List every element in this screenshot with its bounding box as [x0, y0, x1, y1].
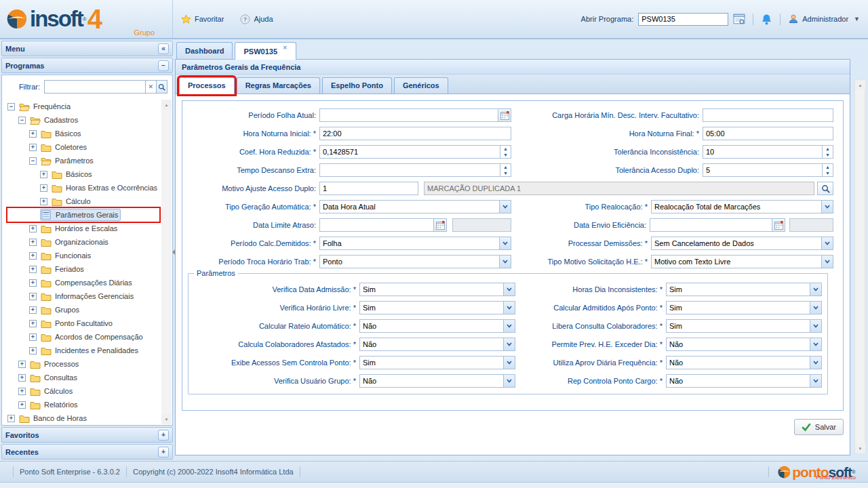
calendar-button[interactable] — [772, 219, 785, 231]
field-horas-dia-inconsistentes-input[interactable]: Sim — [666, 283, 822, 296]
tree-expander-plus[interactable]: + — [29, 266, 37, 273]
tree-expander-plus[interactable]: + — [18, 388, 26, 395]
tree-item-calculo[interactable]: +Cálculo — [4, 195, 172, 208]
select-trigger-icon[interactable] — [503, 338, 515, 350]
tree-item-ponto-facultativo[interactable]: +Ponto Facultativo — [4, 317, 172, 330]
field-periodo-calc-demitidos-input[interactable]: Folha — [319, 237, 511, 250]
field-calcula-colaboradores-afastados-input[interactable]: Não — [359, 338, 515, 351]
field-tolerancia-inconsistencia-input[interactable]: 10▲▼ — [703, 145, 833, 159]
tree-expander-plus[interactable]: + — [29, 144, 37, 151]
select-trigger-icon[interactable] — [503, 320, 515, 332]
notifications-bell-icon[interactable] — [761, 14, 772, 25]
field-exibe-acessos-sem-controla-ponto-input[interactable]: Sim — [359, 356, 515, 369]
select-trigger-icon[interactable] — [810, 357, 821, 369]
spinner-up-button[interactable]: ▲ — [500, 164, 511, 170]
tree-item-parametros[interactable]: −Parâmetros — [4, 154, 172, 167]
subtab-espelho-ponto[interactable]: Espelho Ponto — [322, 77, 392, 94]
tree-item-grupos[interactable]: +Grupos — [4, 303, 172, 317]
spinner-down-button[interactable]: ▼ — [500, 152, 511, 158]
select-trigger-icon[interactable] — [821, 201, 833, 213]
search-icon[interactable] — [157, 80, 167, 94]
tree-expander-plus[interactable]: + — [29, 333, 37, 341]
spinner-up-button[interactable]: ▲ — [823, 146, 833, 152]
lookup-search-button[interactable] — [817, 182, 833, 195]
tree-expander-plus[interactable]: + — [18, 374, 26, 382]
programs-header[interactable]: Programas − — [1, 58, 173, 73]
field-tipo-geracao-automatica-input[interactable]: Data Hora Atual — [319, 200, 511, 214]
tree-item-incidentes-e-penalidades[interactable]: +Incidentes e Penalidades — [4, 344, 172, 357]
field-data-envio-eficiencia-input[interactable] — [650, 218, 785, 232]
subtab-genericos[interactable]: Genéricos — [394, 77, 448, 94]
tree-expander-plus[interactable]: + — [29, 320, 37, 327]
tree-expander-plus[interactable]: + — [29, 239, 37, 246]
tree-expander-plus[interactable]: + — [40, 184, 47, 192]
collapse-sidebar-button[interactable]: « — [158, 43, 169, 54]
spinner-down-button[interactable]: ▼ — [823, 170, 833, 176]
tree-item-compensacoes-diarias[interactable]: +Compensações Diárias — [4, 276, 172, 289]
subtab-regras-marcacoes[interactable]: Regras Marcações — [237, 77, 320, 94]
select-trigger-icon[interactable] — [499, 201, 511, 213]
tree-expander-plus[interactable]: + — [29, 130, 37, 138]
tree-item-horas-extras-e-ocorrencias[interactable]: +Horas Extras e Ocorrências — [4, 181, 172, 195]
select-trigger-icon[interactable] — [499, 256, 511, 268]
tab-dashboard[interactable]: Dashboard — [176, 42, 233, 59]
select-trigger-icon[interactable] — [821, 237, 833, 249]
field-hora-noturna-inicial-input[interactable]: 22:00 — [319, 127, 511, 140]
field-processar-demissoes-input[interactable]: Sem Cancelamento de Dados — [651, 237, 833, 250]
select-trigger-icon[interactable] — [503, 302, 515, 314]
tree-expander-plus[interactable]: + — [7, 415, 15, 422]
field-utiliza-aprov-diaria-frequencia-input[interactable]: Não — [666, 356, 822, 369]
tree-item-acordos-de-compensacao[interactable]: +Acordos de Compensação — [4, 330, 172, 344]
field-data-limite-atraso-input[interactable] — [319, 218, 447, 232]
favorite-button[interactable]: Favoritar — [181, 14, 224, 24]
tree-expander-plus[interactable]: + — [29, 252, 37, 260]
tree-expander-plus[interactable]: + — [29, 347, 37, 354]
select-trigger-icon[interactable] — [810, 283, 821, 296]
tree-expander-plus[interactable]: + — [40, 198, 47, 205]
field-coef-hora-reduzida-input[interactable]: 0,1428571▲▼ — [319, 145, 511, 159]
spinner-down-button[interactable]: ▼ — [823, 152, 833, 158]
save-button[interactable]: Salvar — [794, 419, 844, 435]
collapse-section-icon[interactable]: − — [158, 60, 169, 71]
tree-expander-plus[interactable]: + — [18, 401, 26, 409]
tree-item-calculos[interactable]: +Cálculos — [4, 384, 172, 398]
field-rep-controla-ponto-cargo-input[interactable]: Não — [666, 374, 822, 388]
favorites-header[interactable]: Favoritos + — [1, 427, 173, 443]
field-motivo-ajuste-acesso-duplo-code-input[interactable]: 1 — [319, 182, 418, 195]
tree-expander-plus[interactable]: + — [29, 279, 37, 287]
field-carga-horaria-min-desc-interv-facultativo-input[interactable] — [703, 108, 833, 122]
field-periodo-troca-horario-trab-input[interactable]: Ponto — [319, 255, 511, 268]
help-button[interactable]: ? Ajuda — [240, 14, 273, 24]
recents-header[interactable]: Recentes + — [1, 444, 173, 460]
tree-item-coletores[interactable]: +Coletores — [4, 140, 172, 154]
field-calcular-admitidos-apos-ponto-input[interactable]: Sim — [666, 301, 822, 314]
field-calcular-rateio-automatico-input[interactable]: Não — [359, 319, 515, 333]
tree-item-cadastros[interactable]: −Cadastros — [4, 113, 172, 127]
calendar-button[interactable] — [433, 219, 446, 231]
select-trigger-icon[interactable] — [821, 256, 833, 268]
tree-expander-plus[interactable]: + — [29, 306, 37, 314]
field-tipo-motivo-solicitacao-h-e-input[interactable]: Motivo com Texto Livre — [651, 255, 833, 268]
user-menu[interactable]: Administrador ▼ — [788, 14, 860, 24]
spinner-up-button[interactable]: ▲ — [500, 146, 511, 152]
select-trigger-icon[interactable] — [503, 375, 515, 387]
expand-section-icon[interactable]: + — [158, 430, 169, 441]
tree-expander-minus[interactable]: − — [29, 157, 37, 165]
tree-expander-minus[interactable]: − — [7, 103, 15, 110]
field-libera-consulta-colaboradores-input[interactable]: Sim — [666, 319, 822, 333]
tree-item-banco-de-horas[interactable]: +Banco de Horas — [4, 411, 172, 425]
tree-expander-plus[interactable]: + — [18, 361, 26, 368]
scroll-down-icon[interactable]: ▼ — [855, 443, 865, 453]
main-scrollbar[interactable]: ▲ ▼ — [854, 79, 865, 454]
field-hora-noturna-final-input[interactable]: 05:00 — [703, 127, 833, 140]
spinner-down-button[interactable]: ▼ — [500, 170, 511, 176]
tree-item-organizacionais[interactable]: +Organizacionais — [4, 235, 172, 249]
field-verifica-horario-livre-input[interactable]: Sim — [359, 301, 515, 314]
tree-item-consultas[interactable]: +Consultas — [4, 371, 172, 384]
field-permite-prev-h-e-exceder-dia-input[interactable]: Não — [666, 338, 822, 351]
tree-item-processos[interactable]: +Processos — [4, 357, 172, 371]
tab-psw0135[interactable]: PSW0135✕ — [235, 42, 296, 60]
tree-expander-plus[interactable]: + — [29, 293, 37, 300]
field-verifica-data-admissao-input[interactable]: Sim — [359, 283, 515, 296]
tree-expander-plus[interactable]: + — [29, 225, 37, 232]
